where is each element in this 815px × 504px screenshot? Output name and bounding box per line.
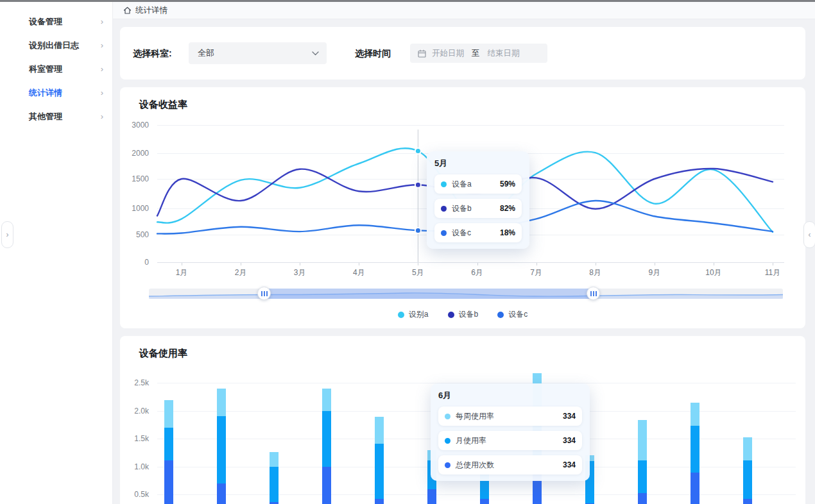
- chevron-right-icon: ›: [101, 17, 103, 26]
- legend-dot: [497, 312, 504, 318]
- bar-segment: [270, 467, 279, 502]
- revenue-chart-tooltip: 5月 设备a59%设备b82%设备c18%: [427, 151, 529, 249]
- bar-segment: [322, 411, 331, 467]
- chevron-right-icon: ›: [101, 40, 103, 50]
- sidebar-item-label: 设别出借日志: [29, 40, 79, 51]
- bar-segment: [743, 437, 752, 461]
- sidebar: 设备管理 › 设别出借日志 › 科室管理 › 统计详情 › 其他管理 ›: [0, 2, 113, 504]
- time-filter-label: 选择时间: [355, 48, 391, 60]
- chevron-right-icon: ›: [101, 64, 103, 74]
- tooltip-dot: [441, 230, 447, 236]
- legend-label: 设别a: [409, 309, 429, 320]
- chevron-down-icon: [312, 51, 319, 56]
- bar-stack[interactable]: [743, 437, 752, 504]
- y-axis-label: 1.0k: [123, 462, 149, 471]
- bar-segment: [691, 426, 699, 472]
- sidebar-menu: 设备管理 › 设别出借日志 › 科室管理 › 统计详情 › 其他管理 ›: [0, 2, 112, 128]
- sidebar-item-label: 设备管理: [29, 16, 62, 28]
- breadcrumb: 统计详情: [112, 2, 815, 19]
- tooltip-row: 设备c18%: [434, 223, 522, 242]
- end-date-input[interactable]: 结束日期: [488, 48, 520, 59]
- bar-segment: [322, 467, 331, 504]
- bar-segment: [217, 416, 226, 483]
- tooltip-dot: [445, 414, 450, 419]
- bar-stack[interactable]: [217, 389, 226, 504]
- bar-segment: [638, 460, 647, 493]
- y-axis-label: 2.0k: [123, 407, 149, 416]
- home-icon: [123, 6, 132, 15]
- tooltip-dot: [445, 462, 450, 468]
- bar-segment: [164, 428, 173, 460]
- pointer-dot: [415, 182, 421, 188]
- department-select-value: 全部: [198, 47, 312, 59]
- bar-stack[interactable]: [322, 389, 331, 504]
- tooltip-row: 每周使用率334: [438, 407, 582, 426]
- bar-stack[interactable]: [270, 452, 279, 504]
- sidebar-item-lending-log[interactable]: 设别出借日志 ›: [0, 33, 112, 57]
- bar-segment: [217, 483, 226, 504]
- legend-label: 设备c: [508, 309, 528, 320]
- usage-chart-title: 设备使用率: [139, 348, 187, 360]
- bar-segment: [217, 389, 226, 416]
- bar-stack[interactable]: [375, 417, 384, 504]
- bar-segment: [375, 499, 384, 504]
- chevron-right-icon: ›: [6, 230, 9, 239]
- tooltip-dot: [441, 181, 447, 187]
- bar-stack[interactable]: [691, 403, 699, 504]
- date-range-separator: 至: [472, 48, 480, 59]
- brush-selected-range[interactable]: [264, 289, 594, 299]
- tooltip-series-value: 334: [563, 436, 576, 445]
- bar-stack[interactable]: [164, 400, 173, 504]
- gridline: [157, 494, 796, 495]
- sidebar-item-department-management[interactable]: 科室管理 ›: [0, 57, 112, 81]
- sidebar-item-device-management[interactable]: 设备管理 ›: [0, 10, 112, 33]
- bar-segment: [427, 489, 436, 504]
- department-filter-label: 选择科室:: [133, 48, 172, 60]
- calendar-icon: [418, 49, 426, 58]
- tooltip-series-name: 设备a: [452, 179, 491, 190]
- bar-segment: [638, 420, 647, 460]
- chevron-right-icon: ›: [101, 112, 103, 121]
- bar-segment: [164, 460, 173, 504]
- bar-segment: [691, 473, 699, 504]
- revenue-chart-legend: 设别a设备b设备c: [120, 309, 805, 320]
- sidebar-item-other-management[interactable]: 其他管理 ›: [0, 105, 112, 128]
- tooltip-row: 设备a59%: [434, 174, 522, 194]
- left-panel-toggle[interactable]: ›: [1, 221, 13, 248]
- brush-handle-right[interactable]: [587, 287, 600, 300]
- tooltip-row: 设备b82%: [434, 199, 522, 218]
- sidebar-item-label: 其他管理: [29, 111, 62, 122]
- tooltip-dot: [445, 438, 450, 444]
- tooltip-row: 月使用率334: [438, 431, 582, 450]
- bar-segment: [375, 417, 384, 444]
- start-date-input[interactable]: 开始日期: [432, 48, 464, 59]
- window-top-border: [0, 0, 815, 2]
- filter-card: 选择科室: 全部 选择时间 开始日期 至 结束日期: [120, 27, 805, 80]
- y-axis-label: 1.5k: [123, 434, 149, 443]
- bar-segment: [480, 499, 489, 504]
- legend-label: 设备b: [459, 309, 479, 320]
- date-range-picker[interactable]: 开始日期 至 结束日期: [410, 44, 547, 63]
- app-window: 设备管理 › 设别出借日志 › 科室管理 › 统计详情 › 其他管理 › ›: [0, 0, 815, 504]
- bar-stack[interactable]: [638, 420, 647, 504]
- tooltip-series-value: 59%: [500, 180, 515, 189]
- bar-segment: [270, 452, 279, 467]
- data-zoom-brush[interactable]: [149, 289, 783, 299]
- tooltip-series-name: 设备c: [452, 228, 491, 239]
- legend-item[interactable]: 设备b: [448, 309, 479, 320]
- y-axis-label: 2.5k: [123, 378, 149, 387]
- bar-segment: [322, 389, 331, 411]
- tooltip-series-value: 334: [563, 460, 576, 469]
- pointer-dot: [415, 148, 421, 154]
- legend-item[interactable]: 设备c: [497, 309, 528, 320]
- tooltip-series-value: 82%: [500, 204, 515, 213]
- legend-dot: [398, 312, 404, 318]
- department-select[interactable]: 全部: [189, 42, 327, 64]
- bar-segment: [375, 444, 384, 498]
- sidebar-item-label: 科室管理: [29, 63, 62, 75]
- tooltip-series-value: 18%: [500, 228, 515, 237]
- sidebar-item-statistics[interactable]: 统计详情 ›: [0, 81, 112, 105]
- legend-item[interactable]: 设别a: [398, 309, 429, 320]
- right-panel-toggle[interactable]: ‹: [803, 221, 815, 248]
- usage-chart-tooltip: 6月 每周使用率334月使用率334总使用次数334: [431, 383, 590, 481]
